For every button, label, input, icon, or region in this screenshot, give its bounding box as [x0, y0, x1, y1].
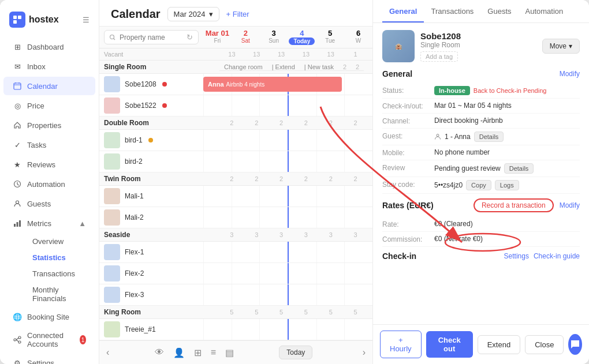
vacant-label: Vacant	[104, 51, 208, 58]
checkin-settings-link[interactable]: Settings	[504, 252, 529, 260]
metrics-icon	[13, 219, 22, 228]
today-button[interactable]: Today	[279, 346, 312, 359]
room-row-bird2: bird-2	[99, 151, 372, 172]
prev-arrow[interactable]: ‹	[106, 347, 109, 358]
sidebar-item-dashboard[interactable]: ⊞ Dashboard	[3, 37, 95, 56]
month-selector[interactable]: Mar 2024 ▾	[167, 7, 219, 21]
back-to-checkin-link[interactable]: Back to Check-in Pending	[474, 87, 547, 94]
refresh-icon[interactable]: ↻	[187, 33, 193, 42]
layout-icon[interactable]: ▤	[225, 347, 234, 358]
sobe1208-img	[104, 76, 120, 92]
review-label: Review	[382, 163, 434, 172]
staycode-value: 5••zs4jz0 Copy Logs	[434, 180, 580, 190]
sidebar-item-inbox[interactable]: ✉ Inbox	[3, 57, 95, 76]
menu-icon[interactable]: ☰	[83, 16, 90, 24]
month-label: Mar 2024	[174, 10, 206, 18]
chat-bubble[interactable]	[568, 334, 582, 355]
checkout-button[interactable]: Check out	[426, 331, 473, 358]
checkin-guide-link[interactable]: Check-in guide	[534, 252, 580, 260]
guest-details-button[interactable]: Details	[474, 132, 504, 142]
booking-anna[interactable]: Anna Airbnb 4 nights	[203, 77, 342, 92]
panel-tabs: General Transactions Guests Automation	[373, 0, 589, 23]
general-section-header: General Modify	[382, 69, 580, 78]
sidebar-item-properties[interactable]: Properties	[3, 116, 95, 134]
person-icon[interactable]: 👤	[173, 347, 185, 358]
tab-guests[interactable]: Guests	[480, 0, 518, 22]
close-button[interactable]: Close	[525, 335, 564, 354]
rates-modify-link[interactable]: Modify	[560, 201, 580, 209]
channel-row: Channel: Direct booking -Airbnb	[382, 114, 580, 129]
copy-button[interactable]: Copy	[466, 180, 491, 190]
hourly-button[interactable]: + Hourly	[380, 331, 422, 358]
list-icon[interactable]: ≡	[211, 347, 216, 358]
sidebar-item-overview[interactable]: Overview	[27, 234, 95, 249]
tab-transactions[interactable]: Transactions	[424, 0, 480, 22]
sidebar-item-automation[interactable]: Automation	[3, 175, 95, 193]
svg-rect-11	[19, 220, 21, 227]
sidebar-item-booking-site[interactable]: 🌐 Booking Site	[3, 307, 95, 326]
grid-icon[interactable]: ⊞	[194, 347, 202, 358]
sidebar-item-statistics[interactable]: Statistics	[27, 250, 95, 265]
checkinout-row: Check-in/out: Mar 01 ~ Mar 05 4 nights	[382, 99, 580, 114]
room-row-mali2: Mali-2	[99, 207, 372, 228]
metrics-submenu: Overview Statistics Transactions Monthly…	[0, 233, 99, 307]
extend-button[interactable]: Extend	[478, 335, 520, 354]
move-label: Move	[550, 42, 566, 50]
booking-detail: Airbnb 4 nights	[226, 81, 265, 88]
listing-type: Single Room	[420, 41, 461, 49]
filter-button[interactable]: + Filter	[226, 10, 249, 18]
calendar-footer: ‹ 👁 👤 ⊞ ≡ ▤ Today ›	[99, 340, 372, 364]
bird2-img	[104, 153, 120, 170]
sidebar-item-calendar[interactable]: Calendar	[3, 77, 95, 95]
modify-general-link[interactable]: Modify	[560, 70, 580, 78]
property-search[interactable]: ↻	[104, 30, 199, 44]
add-tag-button[interactable]: Add a tag	[420, 51, 458, 62]
col-2b: 2	[351, 63, 364, 70]
mobile-label: Mobile:	[382, 148, 434, 157]
general-title: General	[382, 69, 412, 78]
rates-header: Rates (EUR€) Record a transaction Modify	[382, 198, 580, 212]
listing-header: 🏨 Sobe1208 Single Room Add a tag Move ▾	[382, 30, 580, 62]
review-details-button[interactable]: Details	[504, 163, 534, 174]
sobe1208-cells: Anna Airbnb 4 nights	[203, 74, 372, 95]
sidebar-item-tasks[interactable]: ✓ Tasks	[3, 136, 95, 154]
status-badge: In-house	[434, 86, 470, 95]
svg-point-8	[16, 201, 19, 204]
calendar-days-header: Mar 01 Fri 2 Sat 3 Sun 4 Today	[203, 27, 372, 48]
review-value: Pending guest review Details	[434, 163, 580, 174]
sidebar-item-monthly[interactable]: Monthly Financials	[27, 282, 95, 306]
sidebar-item-price[interactable]: ◎ Price	[3, 96, 95, 115]
sidebar-item-reviews[interactable]: ★ Reviews	[3, 155, 95, 174]
mali1-img	[104, 188, 120, 204]
property-search-col: ↻	[99, 27, 203, 48]
red-dot-sobe1522	[162, 103, 167, 108]
sobe1522-cells	[203, 95, 372, 116]
booking-guest: Anna	[208, 81, 224, 88]
action-extend[interactable]: | Extend	[267, 63, 300, 70]
eye-icon[interactable]: 👁	[155, 347, 164, 358]
move-button[interactable]: Move ▾	[542, 39, 580, 54]
dashboard-icon: ⊞	[13, 42, 22, 51]
tab-automation[interactable]: Automation	[519, 0, 571, 22]
sidebar-item-transactions[interactable]: Transactions	[27, 266, 95, 282]
guest-person-icon	[434, 133, 441, 140]
inbox-icon: ✉	[13, 62, 22, 71]
logs-button[interactable]: Logs	[495, 180, 519, 190]
search-input[interactable]	[120, 33, 183, 42]
record-transaction-button[interactable]: Record a transaction	[474, 198, 554, 212]
sidebar-item-guests[interactable]: Guests	[3, 194, 95, 213]
bird2-cell: bird-2	[99, 151, 203, 172]
listing-image: 🏨	[382, 30, 415, 62]
next-arrow[interactable]: ›	[363, 347, 366, 358]
sobe1208-cell: Sobe1208	[99, 74, 203, 95]
room-row-flex1: Flex-1	[99, 242, 372, 263]
listing-info: Sobe1208 Single Room Add a tag	[420, 31, 461, 62]
sidebar-item-metrics[interactable]: Metrics ▲	[3, 214, 95, 232]
main-area: Calendar Mar 2024 ▾ + Filter ↻	[99, 0, 372, 364]
svg-line-18	[114, 38, 115, 40]
action-new-task[interactable]: | New task	[300, 63, 338, 70]
action-change-room[interactable]: Change room	[219, 63, 267, 70]
tab-general[interactable]: General	[382, 0, 424, 22]
sidebar-item-connected-accounts[interactable]: Connected Accounts 1	[3, 327, 95, 353]
sidebar-item-settings[interactable]: ⚙ Settings	[3, 354, 95, 364]
